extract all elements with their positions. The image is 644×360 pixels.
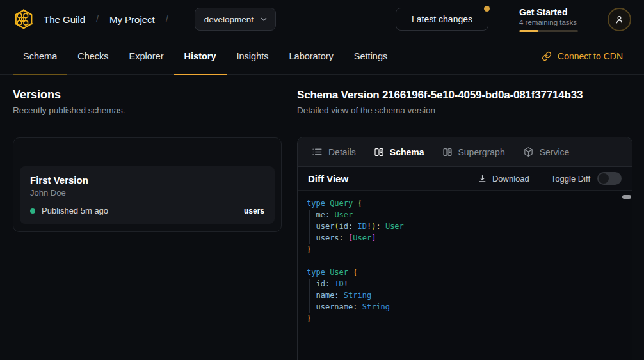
detail-tab-label: Service (540, 147, 570, 157)
code-line: type User { (307, 267, 623, 278)
latest-changes-label: Latest changes (412, 14, 472, 24)
download-label: Download (492, 174, 529, 184)
list-icon (312, 146, 323, 157)
environment-select-value: development (204, 15, 254, 24)
columns-icon (442, 147, 453, 157)
indent-guide (309, 210, 310, 244)
cube-icon (523, 146, 534, 157)
notification-dot (484, 6, 490, 12)
schema-version-title: Schema Version 2166196f-5e10-4059-bd0a-0… (297, 88, 632, 102)
versions-list-card: First Version John Doe Published 5m ago … (13, 137, 282, 232)
nav-tab-insights[interactable]: Insights (227, 38, 279, 74)
schema-code-view[interactable]: type Query { me: User user(id: ID!): Use… (298, 191, 632, 360)
person-icon (614, 14, 625, 25)
detail-tab-service[interactable]: Service (514, 137, 579, 166)
version-status: Published 5m ago (42, 206, 108, 215)
code-line: id: ID! (307, 278, 623, 290)
version-detail-tabs: DetailsSchemaSupergraphService (298, 137, 632, 167)
version-service-badge: users (244, 207, 264, 215)
code-line: username: String (307, 301, 623, 313)
get-started-progress-fill (519, 30, 538, 32)
user-avatar[interactable] (608, 8, 631, 31)
detail-tab-label: Details (328, 147, 356, 157)
get-started-widget[interactable]: Get Started 4 remaining tasks (519, 7, 578, 32)
environment-select[interactable]: development (195, 8, 276, 31)
code-line: type Query { (307, 198, 623, 209)
breadcrumb-project[interactable]: My Project (109, 14, 155, 25)
nav-tabs: SchemaChecksExplorerHistoryInsightsLabor… (13, 38, 398, 74)
latest-changes-button[interactable]: Latest changes (396, 8, 488, 31)
version-list-item[interactable]: First Version John Doe Published 5m ago … (20, 166, 275, 224)
detail-tab-schema[interactable]: Schema (365, 137, 433, 166)
toggle-diff-label: Toggle Diff (551, 174, 590, 184)
breadcrumb-org[interactable]: The Guild (44, 14, 85, 25)
version-meta-row: Published 5m ago users (30, 206, 264, 215)
detail-tab-details[interactable]: Details (303, 137, 365, 166)
download-button[interactable]: Download (478, 174, 529, 184)
toggle-diff-knob (599, 173, 609, 184)
connect-to-cdn-button[interactable]: Connect to CDN (542, 38, 631, 74)
scrollbar-track (625, 191, 625, 360)
get-started-subtitle: 4 remaining tasks (519, 19, 578, 26)
columns-icon (374, 147, 384, 157)
nav-tab-explorer[interactable]: Explorer (119, 38, 174, 74)
versions-section: Versions Recently published schemas. Fir… (13, 88, 282, 232)
versions-title: Versions (13, 88, 282, 102)
link-icon (542, 51, 552, 61)
get-started-progressbar (519, 30, 578, 32)
code-lines: type Query { me: User user(id: ID!): Use… (307, 198, 623, 324)
hive-logo-icon[interactable] (13, 8, 35, 30)
detail-tab-label: Supergraph (458, 147, 505, 157)
schema-version-subtitle: Detailed view of the schema version (297, 105, 632, 116)
diff-view-title: Diff View (308, 173, 348, 184)
indent-guide (309, 279, 310, 313)
schema-version-section: Schema Version 2166196f-5e10-4059-bd0a-0… (297, 88, 632, 360)
schema-version-panel: DetailsSchemaSupergraphService Diff View… (297, 137, 632, 360)
code-line: user(id: ID!): User (307, 221, 623, 232)
code-line: name: String (307, 290, 623, 301)
detail-tab-label: Schema (390, 147, 424, 157)
nav-tab-checks[interactable]: Checks (67, 38, 118, 74)
detail-tab-supergraph[interactable]: Supergraph (433, 137, 514, 166)
topbar: The Guild / My Project / development Lat… (0, 0, 644, 38)
scrollbar-thumb[interactable] (622, 195, 631, 199)
main-nav: SchemaChecksExplorerHistoryInsightsLabor… (0, 38, 644, 75)
code-line (307, 255, 623, 267)
nav-tab-history[interactable]: History (174, 38, 227, 74)
breadcrumb-separator: / (96, 14, 99, 24)
nav-tab-schema[interactable]: Schema (13, 38, 67, 74)
nav-tab-settings[interactable]: Settings (344, 38, 398, 74)
code-line: users: [User] (307, 232, 623, 244)
connect-to-cdn-label: Connect to CDN (558, 51, 623, 61)
diff-toolbar: Diff View Download Toggle Diff (298, 167, 632, 191)
toggle-diff-switch[interactable] (597, 172, 622, 185)
code-line: } (307, 313, 623, 324)
version-author: John Doe (30, 188, 264, 198)
get-started-title: Get Started (519, 7, 578, 17)
code-line: me: User (307, 209, 623, 221)
version-name: First Version (30, 175, 264, 185)
nav-tab-laboratory[interactable]: Laboratory (279, 38, 344, 74)
versions-subtitle: Recently published schemas. (13, 105, 282, 116)
code-line: } (307, 244, 623, 255)
download-icon (478, 174, 487, 184)
published-status-icon (30, 208, 35, 214)
chevron-down-icon (260, 15, 268, 23)
breadcrumb-separator: / (166, 14, 168, 24)
